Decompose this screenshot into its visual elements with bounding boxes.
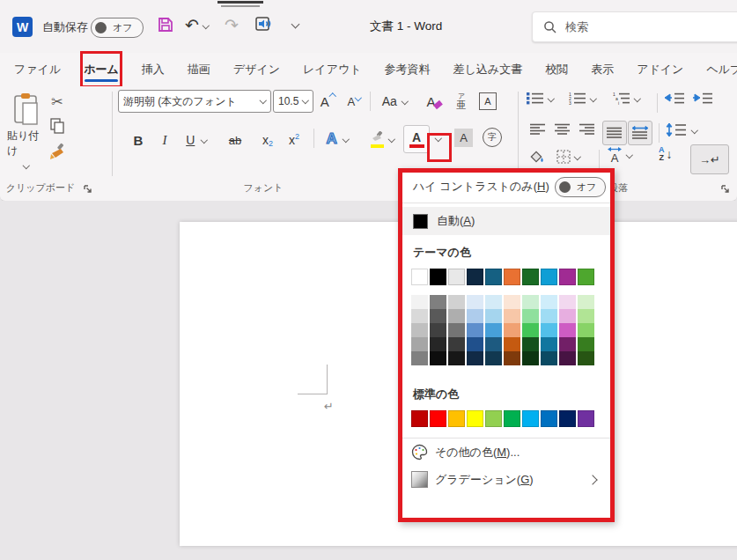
standard-color-swatch[interactable]: [578, 410, 594, 427]
theme-variant-swatch[interactable]: [522, 295, 539, 309]
font-name-combo[interactable]: 游明朝 (本文のフォント: [118, 90, 271, 113]
subscript-button[interactable]: x 2: [257, 129, 278, 151]
theme-color-swatch[interactable]: [448, 269, 465, 285]
theme-variant-swatch[interactable]: [411, 323, 428, 337]
tab-レイアウト[interactable]: レイアウト: [303, 55, 362, 85]
high-contrast-row[interactable]: ハイ コントラストのみ(H) オフ: [402, 173, 610, 201]
theme-variant-swatch[interactable]: [541, 323, 557, 337]
multilevel-list-button[interactable]: 1ai: [613, 92, 640, 105]
clear-formatting-button[interactable]: A: [423, 92, 446, 111]
standard-color-swatch[interactable]: [467, 410, 483, 427]
theme-variant-swatch[interactable]: [485, 337, 502, 351]
qat-customize-button[interactable]: [292, 21, 298, 27]
theme-variant-swatch[interactable]: [541, 309, 557, 323]
theme-variant-swatch[interactable]: [578, 323, 594, 337]
theme-color-swatch[interactable]: [522, 269, 539, 285]
standard-color-swatch[interactable]: [448, 410, 465, 427]
sort-button[interactable]: A Z ↓: [659, 146, 673, 162]
theme-variant-swatch[interactable]: [430, 295, 446, 309]
theme-variant-swatch[interactable]: [448, 323, 465, 337]
theme-variant-swatch[interactable]: [485, 351, 502, 365]
numbering-chevron-icon[interactable]: [590, 95, 597, 102]
align-left-button[interactable]: [530, 123, 546, 136]
tab-参考資料[interactable]: 参考資料: [385, 55, 431, 85]
theme-variant-swatch[interactable]: [504, 351, 520, 365]
theme-variant-swatch[interactable]: [504, 337, 520, 351]
theme-variant-swatch[interactable]: [504, 323, 520, 337]
multilevel-chevron-icon[interactable]: [634, 95, 641, 102]
theme-variant-swatch[interactable]: [541, 295, 557, 309]
font-name-chevron-icon[interactable]: [259, 97, 266, 104]
superscript-button[interactable]: x 2: [284, 129, 305, 151]
automatic-color-item[interactable]: 自動(A): [402, 207, 610, 235]
tab-ファイル[interactable]: ファイル: [14, 55, 61, 85]
theme-variant-swatch[interactable]: [467, 323, 483, 337]
font-color-button[interactable]: A: [403, 125, 430, 153]
increase-indent-button[interactable]: [692, 92, 713, 105]
theme-variant-swatch[interactable]: [485, 309, 502, 323]
autosave-toggle[interactable]: オフ: [91, 18, 144, 38]
distribute-button[interactable]: [628, 121, 652, 145]
theme-variant-swatch[interactable]: [522, 337, 539, 351]
borders-button[interactable]: [556, 150, 580, 164]
line-spacing-chevron-icon[interactable]: [691, 127, 698, 134]
decrease-indent-button[interactable]: [664, 92, 685, 105]
high-contrast-toggle[interactable]: オフ: [555, 177, 606, 197]
theme-variant-swatch[interactable]: [411, 309, 428, 323]
theme-variant-swatch[interactable]: [467, 351, 483, 365]
cut-button[interactable]: ✂: [48, 92, 67, 111]
character-border-button[interactable]: A: [479, 92, 497, 110]
tab-ホーム[interactable]: ホーム: [84, 55, 119, 85]
font-color-chevron-button[interactable]: [430, 127, 447, 150]
font-size-combo[interactable]: 10.5: [273, 90, 313, 113]
highlight-chevron-icon[interactable]: [388, 136, 395, 143]
show-editing-marks-button[interactable]: →↵: [690, 144, 729, 174]
tab-アドイン[interactable]: アドイン: [637, 55, 683, 85]
standard-color-swatch[interactable]: [559, 410, 576, 427]
theme-variant-swatch[interactable]: [559, 295, 576, 309]
theme-variant-swatch[interactable]: [559, 351, 576, 365]
justify-button[interactable]: [602, 121, 627, 145]
theme-variant-swatch[interactable]: [411, 337, 428, 351]
theme-color-swatch[interactable]: [578, 269, 594, 285]
theme-color-swatch[interactable]: [430, 269, 446, 285]
standard-color-swatch[interactable]: [504, 410, 520, 427]
theme-variant-swatch[interactable]: [578, 309, 594, 323]
enclose-characters-button[interactable]: 字: [483, 128, 502, 147]
change-case-button[interactable]: Aa: [377, 92, 412, 111]
read-aloud-button[interactable]: [255, 16, 275, 33]
theme-variant-swatch[interactable]: [541, 351, 557, 365]
strikethrough-button[interactable]: ab: [224, 129, 247, 151]
theme-variant-swatch[interactable]: [430, 323, 446, 337]
bullets-button[interactable]: [527, 92, 554, 105]
bullets-chevron-icon[interactable]: [548, 95, 555, 102]
text-effects-chevron-icon[interactable]: [343, 136, 350, 143]
line-spacing-button[interactable]: [666, 123, 697, 136]
align-right-button[interactable]: [579, 123, 595, 136]
numbering-button[interactable]: 123: [569, 92, 596, 105]
tab-差し込み文書[interactable]: 差し込み文書: [453, 55, 523, 85]
shading-button[interactable]: [528, 150, 546, 165]
gradient-item[interactable]: グラデーション(G): [402, 466, 610, 493]
undo-button[interactable]: ↶: [185, 16, 208, 35]
tab-ヘルプ[interactable]: ヘルプ: [706, 55, 737, 85]
word-app-icon[interactable]: W: [12, 17, 33, 37]
underline-button[interactable]: U: [180, 129, 213, 151]
standard-color-swatch[interactable]: [430, 410, 446, 427]
theme-variant-swatch[interactable]: [559, 323, 576, 337]
theme-variant-swatch[interactable]: [559, 309, 576, 323]
align-center-button[interactable]: [555, 123, 571, 136]
scaling-chevron-icon[interactable]: [626, 151, 633, 158]
undo-chevron-icon[interactable]: [203, 22, 210, 29]
tab-描画[interactable]: 描画: [188, 55, 210, 85]
theme-variant-swatch[interactable]: [578, 351, 594, 365]
paste-chevron-icon[interactable]: [23, 162, 30, 169]
theme-variant-swatch[interactable]: [485, 323, 502, 337]
theme-variant-swatch[interactable]: [522, 323, 539, 337]
tab-挿入[interactable]: 挿入: [142, 55, 165, 85]
grow-font-button[interactable]: A: [317, 92, 338, 111]
standard-color-swatch[interactable]: [522, 410, 539, 427]
shrink-font-button[interactable]: A: [343, 92, 365, 111]
tab-校閲[interactable]: 校閲: [545, 55, 568, 85]
text-effects-button[interactable]: A: [319, 127, 356, 151]
